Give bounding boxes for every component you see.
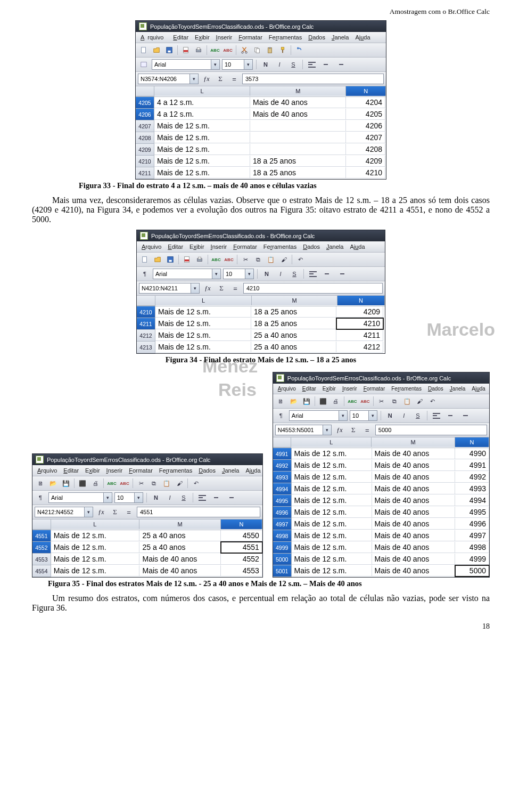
row-header[interactable]: 4995 [273,495,292,507]
cell[interactable]: 25 a 40 anos [139,530,221,541]
cell[interactable]: Mais de 12 s.m. [292,483,372,494]
cell[interactable] [250,132,346,143]
menu-exibir[interactable]: Exibir [82,466,103,475]
cell[interactable]: Mais de 12 s.m. [292,554,372,565]
row-header[interactable]: 4551 [32,530,51,542]
open-icon[interactable] [151,44,162,56]
format-paint-icon[interactable]: 🖌 [174,477,185,489]
autospell-icon[interactable]: ABC [222,44,234,56]
cell[interactable]: Mais de 12 s.m. [154,156,250,167]
font-size-combo[interactable]: 10 [350,410,377,421]
pdf-icon[interactable]: ⬛ [317,395,329,407]
function-wizard-icon[interactable]: ƒx [95,506,107,518]
row-header[interactable]: 4211 [136,167,154,179]
equals-icon[interactable]: = [228,73,240,85]
cell[interactable]: Mais de 12 s.m. [154,132,250,143]
paste-icon[interactable] [264,44,276,56]
format-paint-icon[interactable] [277,44,289,56]
function-wizard-icon[interactable]: ƒx [334,424,345,436]
undo-icon[interactable] [293,44,305,56]
menu-inserir[interactable]: Inserir [208,242,230,251]
italic-button[interactable]: I [274,59,285,70]
cell[interactable]: Mais de 40 anos [139,554,221,565]
underline-button[interactable]: S [178,492,189,504]
cell[interactable]: 18 a 25 anos [250,156,346,167]
row-header[interactable]: 4997 [273,518,292,530]
align-left-icon[interactable] [196,492,208,504]
row-header[interactable]: 4554 [32,565,51,577]
spellcheck-icon[interactable]: ABC [106,477,118,489]
copy-icon[interactable] [251,44,263,56]
cell[interactable]: 4 a 12 s.m. [154,97,250,108]
col-header-N[interactable]: N [455,437,489,447]
undo-icon[interactable]: ↶ [427,395,439,407]
menu-arquivo[interactable]: Arquivo [138,242,164,251]
cell[interactable]: 4995 [455,507,489,518]
cell[interactable]: 25 a 40 anos [251,330,336,341]
col-header-L[interactable]: L [155,296,252,305]
cell[interactable]: 4211 [336,330,383,341]
save-icon[interactable]: 💾 [60,477,72,489]
format-paint-icon[interactable]: 🖌 [414,395,426,407]
cell[interactable]: Mais de 12 s.m. [51,554,140,565]
cell[interactable]: 4209 [346,156,385,167]
row-header[interactable]: 4206 [136,109,154,120]
italic-button[interactable]: I [164,492,176,504]
formula-input[interactable]: 4210 [243,283,383,294]
print-icon[interactable] [194,254,205,265]
copy-icon[interactable]: ⧉ [252,254,264,265]
menu-editar[interactable]: Editar [299,385,319,393]
font-name-combo[interactable]: Arial [289,410,348,421]
col-header-N[interactable]: N [221,519,262,529]
row-header[interactable]: 4996 [273,507,292,518]
col-header-M[interactable]: M [372,437,455,447]
menu-inserir[interactable]: Inserir [213,33,236,42]
underline-button[interactable]: S [412,410,424,421]
autospell-icon[interactable]: ABC [119,477,130,489]
cell[interactable]: 4998 [455,542,489,553]
spreadsheet-grid-fig35a[interactable]: LMN4551Mais de 12 s.m.25 a 40 anos455045… [32,519,262,577]
sum-icon[interactable]: Σ [215,73,226,85]
cell[interactable]: 4210 [346,167,385,178]
cell[interactable]: 4209 [336,306,383,318]
function-wizard-icon[interactable]: ƒx [201,73,212,85]
styles-icon[interactable]: ¶ [35,492,46,504]
align-left-icon[interactable] [307,268,319,280]
bold-button[interactable]: N [261,268,273,280]
cell[interactable] [250,144,346,155]
font-size-combo[interactable]: 10 [223,269,254,279]
styles-icon[interactable] [138,59,150,70]
font-size-combo[interactable]: 10 [222,59,253,70]
row-header[interactable]: 4208 [136,132,154,144]
cell[interactable]: Mais de 12 s.m. [292,472,372,483]
row-header[interactable]: 4993 [273,472,292,483]
col-header-M[interactable]: M [252,296,337,305]
styles-icon[interactable]: ¶ [275,410,287,421]
cut-icon[interactable] [238,44,250,56]
open-icon[interactable]: 📂 [288,395,300,407]
menu-editar[interactable]: Editar [60,466,82,475]
cell[interactable]: Mais de 12 s.m. [292,448,372,459]
menu-arquivo[interactable]: Arquivo [137,33,170,42]
row-header[interactable]: 4999 [273,542,292,554]
open-icon[interactable]: 📂 [47,477,59,489]
cell[interactable]: Mais de 40 anos [372,495,456,506]
open-icon[interactable] [152,254,163,265]
cell[interactable]: Mais de 40 anos [250,109,346,120]
menu-ferramentas[interactable]: Ferramentas [156,466,195,475]
row-header[interactable]: 4205 [136,97,154,109]
row-header[interactable]: 4212 [137,330,155,342]
cell[interactable]: Mais de 12 s.m. [51,542,140,553]
cell[interactable]: Mais de 40 anos [372,460,456,471]
menu-inserir[interactable]: Inserir [339,385,360,393]
cell[interactable]: 25 a 40 anos [139,542,221,553]
cell[interactable]: 4550 [221,530,262,541]
cell[interactable]: Mais de 12 s.m. [51,565,140,576]
name-box[interactable]: N4210:N4211 [139,283,200,294]
cell[interactable]: Mais de 12 s.m. [155,306,251,318]
align-right-icon[interactable] [334,59,345,70]
align-center-icon[interactable] [210,492,222,504]
cell[interactable]: 4990 [455,448,489,459]
cut-icon[interactable]: ✂ [376,395,388,407]
font-name-combo[interactable]: Arial [152,59,220,70]
